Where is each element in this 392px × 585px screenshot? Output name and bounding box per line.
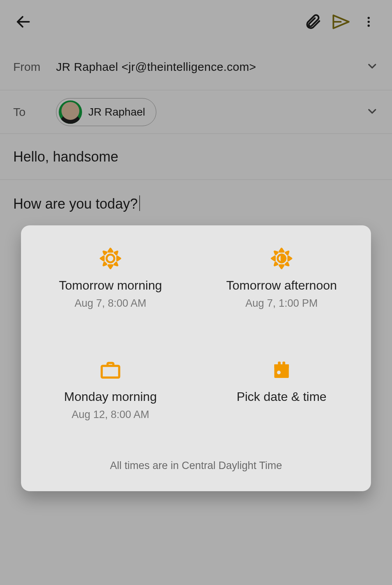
option-title: Monday morning — [64, 390, 157, 404]
sun-morning-icon — [99, 245, 122, 272]
svg-rect-9 — [278, 362, 281, 366]
sun-afternoon-icon — [270, 245, 293, 272]
calendar-icon — [271, 356, 292, 383]
svg-rect-10 — [282, 362, 285, 366]
option-monday-morning[interactable]: Monday morning Aug 12, 8:00 AM — [29, 356, 192, 421]
svg-point-11 — [277, 371, 280, 374]
svg-point-4 — [107, 255, 114, 262]
option-subtitle: Aug 12, 8:00 AM — [72, 409, 149, 421]
schedule-send-sheet: Tomorrow morning Aug 7, 8:00 AM Tomorrow… — [21, 225, 371, 491]
timezone-note: All times are in Central Daylight Time — [29, 460, 363, 472]
option-tomorrow-afternoon[interactable]: Tomorrow afternoon Aug 7, 1:00 PM — [200, 245, 363, 309]
schedule-options-grid: Tomorrow morning Aug 7, 8:00 AM Tomorrow… — [29, 245, 363, 421]
option-title: Tomorrow afternoon — [226, 278, 337, 293]
option-title: Tomorrow morning — [59, 278, 162, 293]
briefcase-icon — [99, 356, 122, 383]
option-pick-date-time[interactable]: Pick date & time — [200, 356, 363, 421]
svg-rect-8 — [274, 364, 289, 368]
option-subtitle: Aug 7, 1:00 PM — [245, 297, 318, 309]
option-title: Pick date & time — [236, 390, 326, 404]
compose-screen: From JR Raphael <jr@theintelligence.com>… — [0, 0, 392, 585]
svg-rect-6 — [102, 366, 119, 378]
option-subtitle: Aug 7, 8:00 AM — [75, 297, 147, 309]
option-tomorrow-morning[interactable]: Tomorrow morning Aug 7, 8:00 AM — [29, 245, 192, 309]
